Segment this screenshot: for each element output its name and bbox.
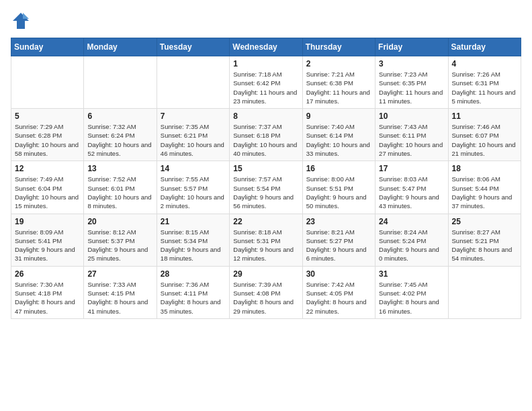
calendar-cell: 28Sunrise: 7:36 AMSunset: 4:11 PMDayligh… [157,266,229,318]
weekday-header-sunday: Sunday [11,38,84,56]
calendar-cell: 9Sunrise: 7:40 AMSunset: 6:14 PMDaylight… [302,109,375,161]
day-number: 24 [379,217,444,226]
svg-marker-1 [23,13,29,19]
day-info: Sunrise: 7:30 AMSunset: 4:18 PMDaylight:… [15,280,80,316]
calendar-cell: 22Sunrise: 8:18 AMSunset: 5:31 PMDayligh… [230,214,302,266]
svg-marker-0 [13,13,29,29]
day-number: 5 [15,111,80,121]
day-info: Sunrise: 8:03 AMSunset: 5:47 PMDaylight:… [379,175,444,210]
day-number: 17 [379,164,444,173]
week-row-1: 1Sunrise: 7:18 AMSunset: 6:42 PMDaylight… [11,56,521,109]
day-info: Sunrise: 8:06 AMSunset: 5:44 PMDaylight:… [452,175,517,210]
day-number: 8 [233,111,298,121]
day-info: Sunrise: 7:32 AMSunset: 6:24 PMDaylight:… [87,122,152,158]
day-number: 30 [306,269,371,279]
page-header [11,11,521,31]
day-info: Sunrise: 8:18 AMSunset: 5:31 PMDaylight:… [233,228,298,263]
day-info: Sunrise: 7:35 AMSunset: 6:21 PMDaylight:… [161,122,226,158]
calendar-cell: 17Sunrise: 8:03 AMSunset: 5:47 PMDayligh… [375,161,448,214]
weekday-header-saturday: Saturday [448,38,521,56]
day-info: Sunrise: 7:55 AMSunset: 5:57 PMDaylight:… [161,175,226,210]
weekday-header-tuesday: Tuesday [157,38,229,56]
day-number: 10 [379,111,444,121]
day-number: 11 [452,111,517,121]
calendar-cell: 4Sunrise: 7:26 AMSunset: 6:31 PMDaylight… [448,56,521,109]
day-info: Sunrise: 7:43 AMSunset: 6:11 PMDaylight:… [379,122,444,158]
week-row-5: 26Sunrise: 7:30 AMSunset: 4:18 PMDayligh… [11,266,521,318]
day-number: 22 [233,217,298,226]
day-number: 9 [306,111,371,121]
calendar-cell: 10Sunrise: 7:43 AMSunset: 6:11 PMDayligh… [375,109,448,161]
calendar-cell: 25Sunrise: 8:27 AMSunset: 5:21 PMDayligh… [448,214,521,266]
day-info: Sunrise: 7:57 AMSunset: 5:54 PMDaylight:… [233,175,298,210]
week-row-2: 5Sunrise: 7:29 AMSunset: 6:28 PMDaylight… [11,109,521,161]
day-info: Sunrise: 7:26 AMSunset: 6:31 PMDaylight:… [452,70,517,105]
weekday-header-friday: Friday [375,38,448,56]
calendar-cell: 31Sunrise: 7:45 AMSunset: 4:02 PMDayligh… [375,266,448,318]
day-info: Sunrise: 8:00 AMSunset: 5:51 PMDaylight:… [306,175,371,210]
calendar-cell: 2Sunrise: 7:21 AMSunset: 6:38 PMDaylight… [302,56,375,109]
calendar-cell: 16Sunrise: 8:00 AMSunset: 5:51 PMDayligh… [302,161,375,214]
weekday-header-row: SundayMondayTuesdayWednesdayThursdayFrid… [11,38,521,56]
calendar-cell: 8Sunrise: 7:37 AMSunset: 6:18 PMDaylight… [230,109,302,161]
day-number: 28 [161,269,226,279]
calendar-cell: 30Sunrise: 7:42 AMSunset: 4:05 PMDayligh… [302,266,375,318]
day-info: Sunrise: 8:24 AMSunset: 5:24 PMDaylight:… [379,228,444,263]
calendar-cell: 29Sunrise: 7:39 AMSunset: 4:08 PMDayligh… [230,266,302,318]
day-info: Sunrise: 8:15 AMSunset: 5:34 PMDaylight:… [161,228,226,263]
calendar-cell: 12Sunrise: 7:49 AMSunset: 6:04 PMDayligh… [11,161,84,214]
day-info: Sunrise: 7:37 AMSunset: 6:18 PMDaylight:… [233,122,298,158]
calendar-cell [11,56,84,109]
calendar-cell: 5Sunrise: 7:29 AMSunset: 6:28 PMDaylight… [11,109,84,161]
week-row-4: 19Sunrise: 8:09 AMSunset: 5:41 PMDayligh… [11,214,521,266]
calendar-cell: 26Sunrise: 7:30 AMSunset: 4:18 PMDayligh… [11,266,84,318]
day-number: 18 [452,164,517,173]
calendar-cell: 19Sunrise: 8:09 AMSunset: 5:41 PMDayligh… [11,214,84,266]
weekday-header-wednesday: Wednesday [230,38,302,56]
day-number: 6 [87,111,152,121]
day-info: Sunrise: 7:52 AMSunset: 6:01 PMDaylight:… [87,175,152,210]
day-info: Sunrise: 8:12 AMSunset: 5:37 PMDaylight:… [87,228,152,263]
calendar: SundayMondayTuesdayWednesdayThursdayFrid… [11,38,521,319]
day-number: 16 [306,164,371,173]
weekday-header-thursday: Thursday [302,38,375,56]
calendar-cell [84,56,157,109]
day-number: 4 [452,59,517,68]
day-info: Sunrise: 8:27 AMSunset: 5:21 PMDaylight:… [452,228,517,263]
calendar-cell: 6Sunrise: 7:32 AMSunset: 6:24 PMDaylight… [84,109,157,161]
day-number: 12 [15,164,80,173]
calendar-cell: 21Sunrise: 8:15 AMSunset: 5:34 PMDayligh… [157,214,229,266]
day-info: Sunrise: 7:21 AMSunset: 6:38 PMDaylight:… [306,70,371,105]
calendar-cell: 27Sunrise: 7:33 AMSunset: 4:15 PMDayligh… [84,266,157,318]
day-info: Sunrise: 7:36 AMSunset: 4:11 PMDaylight:… [161,280,226,316]
day-info: Sunrise: 8:21 AMSunset: 5:27 PMDaylight:… [306,228,371,263]
day-number: 2 [306,59,371,68]
logo-icon [11,11,31,31]
calendar-cell: 11Sunrise: 7:46 AMSunset: 6:07 PMDayligh… [448,109,521,161]
day-info: Sunrise: 8:09 AMSunset: 5:41 PMDaylight:… [15,228,80,263]
day-number: 23 [306,217,371,226]
day-number: 31 [379,269,444,279]
day-info: Sunrise: 7:29 AMSunset: 6:28 PMDaylight:… [15,122,80,158]
calendar-cell: 24Sunrise: 8:24 AMSunset: 5:24 PMDayligh… [375,214,448,266]
day-info: Sunrise: 7:46 AMSunset: 6:07 PMDaylight:… [452,122,517,158]
day-number: 20 [87,217,152,226]
day-info: Sunrise: 7:45 AMSunset: 4:02 PMDaylight:… [379,280,444,316]
day-number: 13 [87,164,152,173]
logo [11,11,34,31]
calendar-cell: 13Sunrise: 7:52 AMSunset: 6:01 PMDayligh… [84,161,157,214]
day-number: 21 [161,217,226,226]
day-number: 15 [233,164,298,173]
day-info: Sunrise: 7:49 AMSunset: 6:04 PMDaylight:… [15,175,80,210]
calendar-cell: 18Sunrise: 8:06 AMSunset: 5:44 PMDayligh… [448,161,521,214]
calendar-cell: 23Sunrise: 8:21 AMSunset: 5:27 PMDayligh… [302,214,375,266]
week-row-3: 12Sunrise: 7:49 AMSunset: 6:04 PMDayligh… [11,161,521,214]
day-number: 1 [233,59,298,68]
day-number: 14 [161,164,226,173]
calendar-cell: 20Sunrise: 8:12 AMSunset: 5:37 PMDayligh… [84,214,157,266]
day-info: Sunrise: 7:40 AMSunset: 6:14 PMDaylight:… [306,122,371,158]
weekday-header-monday: Monday [84,38,157,56]
calendar-cell: 7Sunrise: 7:35 AMSunset: 6:21 PMDaylight… [157,109,229,161]
calendar-cell [448,266,521,318]
day-number: 7 [161,111,226,121]
